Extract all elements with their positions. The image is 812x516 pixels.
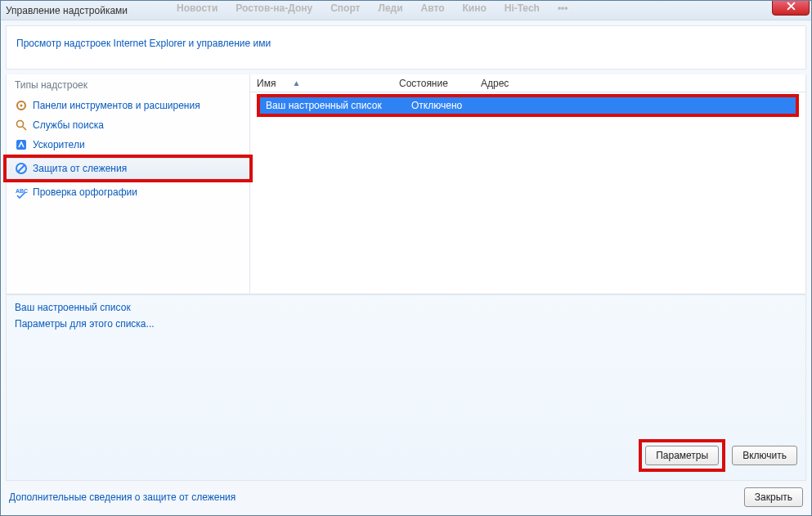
details-params-row: Параметры для этого списка...	[7, 316, 805, 336]
highlight-selected-category: Защита от слежения	[3, 155, 253, 182]
svg-point-1	[20, 105, 23, 107]
addon-type-list: Панели инструментов и расширения Службы …	[7, 96, 249, 202]
sidebar-item-toolbars-extensions[interactable]: Панели инструментов и расширения	[7, 96, 249, 115]
header-description-link[interactable]: Просмотр надстроек Internet Explorer и у…	[16, 38, 271, 49]
bg-nav-item: Авто	[421, 2, 445, 14]
highlight-params-button: Параметры	[639, 439, 725, 472]
footer-more-info-link[interactable]: Дополнительные сведения о защите от слеж…	[9, 491, 236, 503]
accelerator-icon	[15, 138, 28, 151]
header-strip: Просмотр надстроек Internet Explorer и у…	[6, 25, 806, 70]
main-area: Типы надстроек Панели инструментов и рас…	[6, 74, 806, 294]
list-row-personal-list[interactable]: Ваш настроенный список Отключено	[260, 97, 796, 114]
sidebar-item-spelling[interactable]: ABC Проверка орфографии	[7, 182, 249, 202]
column-header-name-label: Имя	[257, 78, 276, 89]
enable-button[interactable]: Включить	[732, 446, 797, 465]
details-title-row: Ваш настроенный список	[7, 295, 805, 316]
sort-asc-icon: ▲	[292, 79, 300, 87]
svg-text:ABC: ABC	[16, 188, 28, 194]
block-icon	[15, 162, 28, 175]
footer: Дополнительные сведения о защите от слеж…	[6, 484, 806, 510]
manage-addons-window: Управление надстройками Новости Ростов-н…	[0, 0, 812, 516]
details-title-link[interactable]: Ваш настроенный список	[15, 302, 131, 313]
background-page-nav: Новости Ростов-на-Дону Спорт Леди Авто К…	[177, 2, 568, 14]
params-button[interactable]: Параметры	[645, 446, 719, 465]
row-name: Ваш настроенный список	[266, 100, 411, 111]
sidebar-item-label: Ускорители	[33, 139, 85, 150]
sidebar-item-search-providers[interactable]: Службы поиска	[7, 115, 249, 135]
column-header-address[interactable]: Адрес	[481, 78, 805, 89]
svg-line-3	[23, 127, 26, 130]
search-icon	[15, 119, 28, 132]
close-icon	[787, 2, 796, 13]
row-status: Отключено	[411, 100, 493, 111]
bg-nav-item: Новости	[177, 2, 218, 14]
details-buttons: Параметры Включить	[7, 434, 805, 480]
sidebar-item-tracking-protection[interactable]: Защита от слежения	[7, 158, 249, 179]
gear-icon	[15, 99, 28, 112]
close-dialog-button[interactable]: Закрыть	[744, 487, 803, 507]
sidebar-heading: Типы надстроек	[7, 74, 249, 96]
column-header-name[interactable]: Имя ▲	[257, 78, 399, 89]
sidebar-item-label: Панели инструментов и расширения	[33, 100, 200, 111]
sidebar-item-accelerators[interactable]: Ускорители	[7, 135, 249, 155]
bg-nav-item: Леди	[378, 2, 402, 14]
bg-nav-item: •••	[558, 2, 568, 14]
details-panel: Ваш настроенный список Параметры для это…	[6, 294, 806, 481]
svg-point-2	[17, 121, 24, 128]
sidebar-item-label: Защита от слежения	[33, 163, 127, 174]
details-params-link[interactable]: Параметры для этого списка...	[15, 318, 155, 330]
close-button[interactable]	[772, 0, 810, 16]
sidebar-item-label: Службы поиска	[33, 119, 104, 131]
details-gap	[7, 336, 805, 434]
bg-nav-item: Спорт	[330, 2, 360, 14]
sidebar: Типы надстроек Панели инструментов и рас…	[7, 74, 250, 294]
sidebar-item-label: Проверка орфографии	[33, 186, 137, 198]
highlight-selected-row: Ваш настроенный список Отключено	[257, 94, 799, 117]
column-header-status[interactable]: Состояние	[399, 78, 481, 89]
spellcheck-icon: ABC	[15, 186, 28, 199]
window-title: Управление надстройками	[6, 5, 128, 16]
column-headers: Имя ▲ Состояние Адрес	[250, 74, 805, 92]
svg-line-6	[18, 165, 25, 172]
list-area: Имя ▲ Состояние Адрес Ваш настроенный сп…	[250, 74, 805, 294]
titlebar: Управление надстройками Новости Ростов-н…	[1, 1, 811, 20]
bg-nav-item: Hi-Tech	[505, 2, 540, 14]
bg-nav-item: Кино	[463, 2, 487, 14]
bg-nav-item: Ростов-на-Дону	[236, 2, 312, 14]
